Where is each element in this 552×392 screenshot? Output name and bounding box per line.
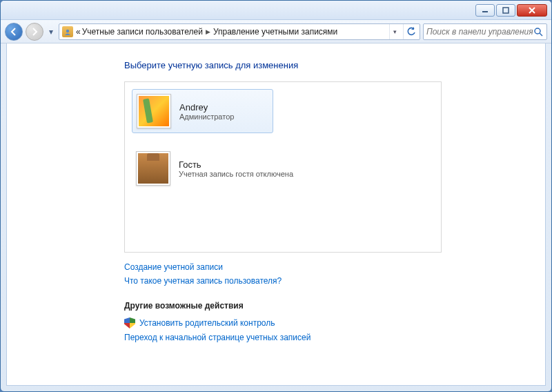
content-area: Выберите учетную запись для изменения An… (6, 43, 546, 386)
flower-icon (139, 96, 169, 126)
refresh-button[interactable] (403, 24, 418, 39)
breadcrumb-prefix[interactable]: « (76, 27, 81, 37)
window: ▾ « Учетные записи пользователей ▶ Управ… (0, 0, 552, 392)
primary-links: Создание учетной записи Что такое учетна… (124, 262, 545, 286)
other-actions-header: Другие возможные действия (124, 301, 545, 311)
back-button[interactable] (5, 23, 23, 41)
accounts-list: Andrey Администратор Гость Учетная запис… (124, 81, 442, 253)
svg-line-6 (540, 33, 542, 36)
chevron-right-icon[interactable]: ▶ (204, 28, 212, 35)
search-input[interactable] (426, 27, 533, 37)
link-create-account[interactable]: Создание учетной записи (124, 262, 223, 272)
control-panel-icon (62, 26, 73, 37)
address-bar[interactable]: « Учетные записи пользователей ▶ Управле… (59, 23, 420, 40)
svg-point-4 (66, 29, 69, 32)
account-name: Гость (179, 159, 293, 170)
suitcase-icon (138, 153, 168, 184)
breadcrumb: « Учетные записи пользователей ▶ Управле… (76, 27, 386, 37)
window-controls (475, 4, 547, 17)
avatar (136, 151, 170, 186)
link-parental-control[interactable]: Установить родительский контроль (139, 318, 275, 328)
search-box[interactable] (423, 23, 547, 40)
minimize-button[interactable] (475, 4, 495, 17)
link-accounts-home[interactable]: Переход к начальной странице учетных зап… (124, 333, 310, 342)
breadcrumb-segment-2[interactable]: Управление учетными записями (213, 27, 337, 37)
forward-button[interactable] (26, 23, 43, 41)
navigation-bar: ▾ « Учетные записи пользователей ▶ Управ… (1, 20, 551, 43)
history-dropdown[interactable]: ▾ (46, 25, 56, 39)
account-item-guest[interactable]: Гость Учетная запись гостя отключена (132, 147, 434, 190)
link-what-is-account[interactable]: Что такое учетная запись пользователя? (124, 276, 282, 286)
svg-rect-1 (503, 8, 509, 13)
account-item-andrey[interactable]: Andrey Администратор (132, 89, 273, 133)
account-role: Администратор (179, 112, 234, 121)
breadcrumb-segment-1[interactable]: Учетные записи пользователей (82, 27, 203, 37)
page-title: Выберите учетную запись для изменения (124, 60, 545, 70)
avatar (137, 94, 171, 128)
svg-point-5 (535, 28, 540, 34)
search-icon[interactable] (533, 27, 544, 37)
account-role: Учетная запись гостя отключена (179, 170, 293, 178)
close-button[interactable] (517, 4, 547, 17)
maximize-button[interactable] (496, 4, 515, 17)
address-dropdown[interactable]: ▾ (389, 24, 400, 39)
account-name: Andrey (179, 102, 234, 112)
titlebar (1, 1, 551, 20)
shield-icon (124, 317, 135, 329)
